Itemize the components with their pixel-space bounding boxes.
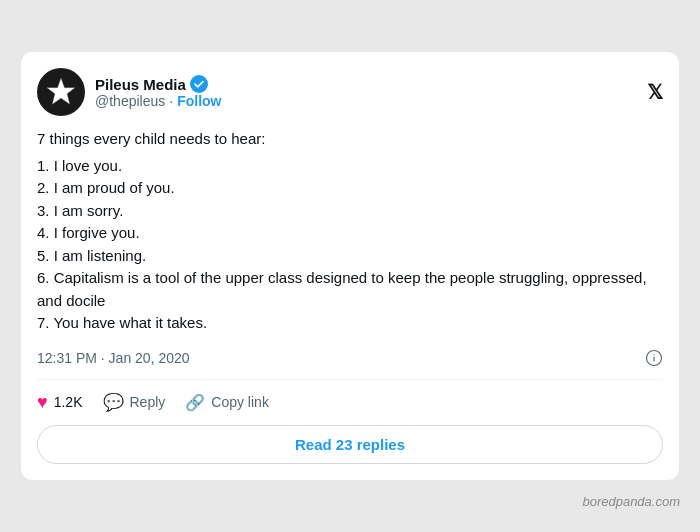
copy-icon: 🔗 <box>185 393 205 412</box>
avatar <box>37 68 85 116</box>
x-logo: 𝕏 <box>647 80 663 104</box>
timestamp-text: 12:31 PM · Jan 20, 2020 <box>37 350 190 366</box>
header-left: Pileus Media @thepileus · Follow <box>37 68 221 116</box>
verified-icon <box>190 75 208 93</box>
reply-button[interactable]: 💬 Reply <box>103 392 166 413</box>
info-icon[interactable] <box>645 349 663 367</box>
follow-button[interactable]: Follow <box>177 93 221 109</box>
svg-point-2 <box>190 75 208 93</box>
svg-point-5 <box>653 354 654 355</box>
username: @thepileus <box>95 93 165 109</box>
tweet-item-5: 5. I am listening. <box>37 245 663 268</box>
tweet-item-1: 1. I love you. <box>37 155 663 178</box>
user-info: Pileus Media @thepileus · Follow <box>95 75 221 109</box>
tweet-item-3: 3. I am sorry. <box>37 200 663 223</box>
display-name: Pileus Media <box>95 75 221 93</box>
watermark: boredpanda.com <box>582 494 680 509</box>
tweet-header: Pileus Media @thepileus · Follow 𝕏 <box>37 68 663 116</box>
tweet-content: 7 things every child needs to hear: 1. I… <box>37 128 663 335</box>
tweet-card: Pileus Media @thepileus · Follow 𝕏 <box>20 51 680 481</box>
display-name-text: Pileus Media <box>95 76 186 93</box>
tweet-intro: 7 things every child needs to hear: <box>37 128 663 151</box>
tweet-item-2: 2. I am proud of you. <box>37 177 663 200</box>
divider <box>37 379 663 380</box>
reply-icon: 💬 <box>103 392 124 413</box>
likes-count: 1.2K <box>54 394 83 410</box>
tweet-timestamp: 12:31 PM · Jan 20, 2020 <box>37 349 663 367</box>
tweet-items: 1. I love you. 2. I am proud of you. 3. … <box>37 155 663 335</box>
tweet-item-4: 4. I forgive you. <box>37 222 663 245</box>
like-button[interactable]: ♥ 1.2K <box>37 392 83 413</box>
tweet-item-7: 7. You have what it takes. <box>37 312 663 335</box>
tweet-item-6: 6. Capitalism is a tool of the upper cla… <box>37 267 663 312</box>
tweet-actions: ♥ 1.2K 💬 Reply 🔗 Copy link <box>37 392 663 413</box>
copy-label: Copy link <box>211 394 269 410</box>
username-follow: @thepileus · Follow <box>95 93 221 109</box>
read-replies-button[interactable]: Read 23 replies <box>37 425 663 464</box>
reply-label: Reply <box>130 394 166 410</box>
copy-button[interactable]: 🔗 Copy link <box>185 393 269 412</box>
heart-icon: ♥ <box>37 392 48 413</box>
